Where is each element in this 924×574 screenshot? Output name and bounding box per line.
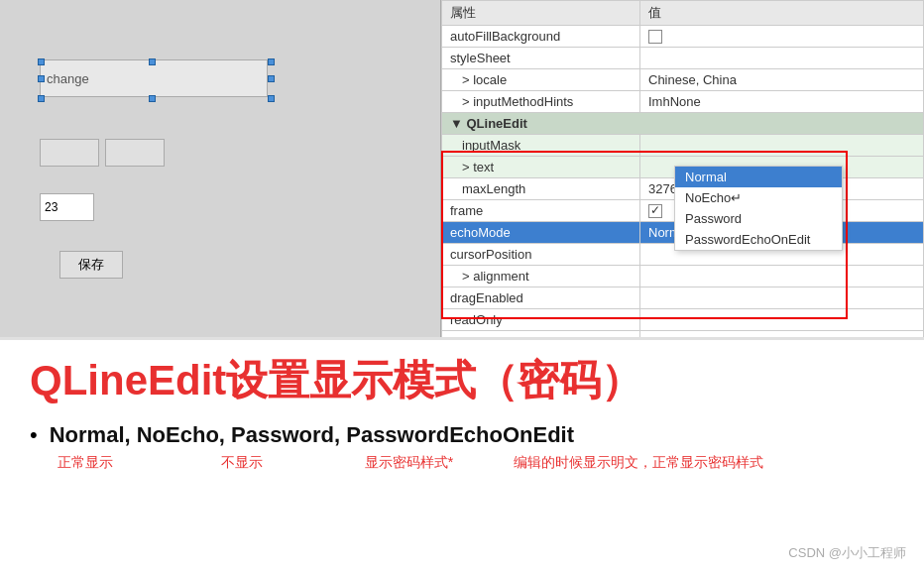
dropdown-option-passwordechoedit[interactable]: PasswordEchoOnEdit xyxy=(675,229,842,250)
handle-bl[interactable] xyxy=(38,95,45,102)
dropdown-option-normal[interactable]: Normal xyxy=(675,167,842,187)
prop-name: readOnly xyxy=(442,309,640,331)
number-value: 23 xyxy=(45,200,58,214)
handle-bm[interactable] xyxy=(149,95,156,102)
prop-value xyxy=(640,266,924,287)
prop-value: ImhNone xyxy=(640,91,924,113)
prop-value: Chinese, China xyxy=(640,69,924,91)
section-row-qlineedit: ▼ QLineEdit xyxy=(442,113,924,135)
page-title: QLineEdit设置显示模式（密码） xyxy=(30,358,894,403)
prop-value xyxy=(640,48,924,69)
prop-name: cursorPosition xyxy=(442,244,640,266)
button-row xyxy=(40,139,165,167)
table-row: > alignment xyxy=(442,266,924,287)
sub-label-noecho: 不显示 xyxy=(221,454,315,472)
checkbox-unchecked[interactable] xyxy=(648,30,662,44)
number-field[interactable]: 23 xyxy=(40,193,94,221)
small-btn-1[interactable] xyxy=(40,139,99,167)
section-label: ▼ QLineEdit xyxy=(442,113,924,135)
table-row: styleSheet xyxy=(442,48,924,69)
prop-value xyxy=(640,135,924,157)
prop-name: > placeholderText xyxy=(442,331,640,338)
table-row: dragEnabled xyxy=(442,287,924,309)
sub-label-passwordecho: 编辑的时候显示明文，正常显示密码样式 xyxy=(514,454,763,472)
handle-br[interactable] xyxy=(268,95,275,102)
bullet-icon: • xyxy=(30,421,38,450)
prop-name: maxLength xyxy=(442,178,640,200)
dropdown-option-password[interactable]: Password xyxy=(675,208,842,229)
prop-name: frame xyxy=(442,200,640,222)
prop-echomode-name: echoMode xyxy=(442,222,640,244)
prop-name: > inputMethodHints xyxy=(442,91,640,113)
handle-tm[interactable] xyxy=(149,58,156,65)
prop-name: styleSheet xyxy=(442,48,640,69)
table-row: inputMask xyxy=(442,135,924,157)
sub-labels: 正常显示 不显示 显示密码样式* 编辑的时候显示明文，正常显示密码样式 xyxy=(50,454,763,472)
col-property: 属性 xyxy=(442,1,640,26)
table-row: autoFillBackground xyxy=(442,26,924,48)
checkbox-checked[interactable] xyxy=(648,204,662,218)
sub-label-password: 显示密码样式* xyxy=(365,454,504,472)
properties-panel: 属性 值 autoFillBackground styleSheet > loc… xyxy=(441,0,924,337)
bullet-row: • Normal, NoEcho, Password, PasswordEcho… xyxy=(30,421,894,472)
handle-tl[interactable] xyxy=(38,58,45,65)
prop-value xyxy=(640,287,924,309)
prop-name: inputMask xyxy=(442,135,640,157)
prop-value: change xyxy=(640,331,924,338)
table-row: readOnly xyxy=(442,309,924,331)
prop-name: dragEnabled xyxy=(442,287,640,309)
input-placeholder-text: change xyxy=(47,71,89,86)
table-row: > inputMethodHints ImhNone xyxy=(442,91,924,113)
prop-value xyxy=(640,309,924,331)
bottom-section: QLineEdit设置显示模式（密码） • Normal, NoEcho, Pa… xyxy=(0,337,924,574)
prop-name: > locale xyxy=(442,69,640,91)
handle-mr[interactable] xyxy=(268,75,275,82)
watermark: CSDN @小小工程师 xyxy=(788,544,906,562)
prop-name: autoFillBackground xyxy=(442,26,640,48)
echomode-dropdown[interactable]: Normal NoEcho↵ Password PasswordEchoOnEd… xyxy=(674,166,843,251)
table-row: > locale Chinese, China xyxy=(442,69,924,91)
bullet-main-text: Normal, NoEcho, Password, PasswordEchoOn… xyxy=(50,421,763,450)
dropdown-option-noecho[interactable]: NoEcho↵ xyxy=(675,187,842,208)
designer-canvas: change 23 保存 xyxy=(0,0,441,337)
prop-name: > text xyxy=(442,157,640,178)
col-value: 值 xyxy=(640,1,924,26)
save-label: 保存 xyxy=(78,256,104,274)
canvas-area: change 23 保存 xyxy=(0,0,440,337)
prop-value xyxy=(640,26,924,48)
handle-ml[interactable] xyxy=(38,75,45,82)
save-button[interactable]: 保存 xyxy=(59,251,123,279)
handle-tr[interactable] xyxy=(268,58,275,65)
prop-name: > alignment xyxy=(442,266,640,287)
table-row-placeholder: > placeholderText change xyxy=(442,331,924,338)
sub-label-normal: 正常显示 xyxy=(58,454,172,472)
small-btn-2[interactable] xyxy=(105,139,165,167)
